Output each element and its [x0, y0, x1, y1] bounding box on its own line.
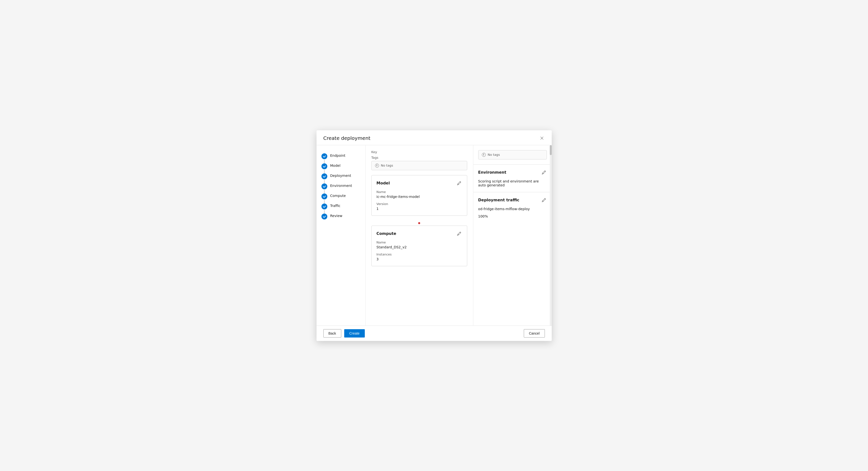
- sidebar-item-review-label: Review: [330, 213, 342, 218]
- deployment-name: od-fridge-items-mlflow-deploy: [478, 207, 547, 211]
- right-no-tags-text: No tags: [488, 153, 500, 157]
- sidebar-item-deployment[interactable]: Deployment: [316, 171, 365, 181]
- compute-step-icon: [321, 193, 327, 199]
- checkmark-icon: [323, 195, 326, 198]
- compute-name-value: Standard_DS2_v2: [377, 245, 462, 249]
- sidebar-item-compute-label: Compute: [330, 193, 346, 198]
- deployment-traffic-section: Deployment traffic od-fridge-items-mlflo…: [473, 192, 552, 223]
- environment-header: Environment: [478, 169, 547, 176]
- model-name-label: Name: [377, 190, 462, 194]
- scrollbar-track[interactable]: [550, 145, 552, 325]
- pencil-icon: [457, 181, 461, 185]
- deployment-traffic-title: Deployment traffic: [478, 198, 519, 202]
- right-no-tags-box: i No tags: [478, 150, 547, 159]
- sidebar-item-traffic[interactable]: Traffic: [316, 201, 365, 211]
- sidebar: Endpoint Model Deployment: [316, 145, 366, 325]
- model-version-value: 1: [377, 207, 462, 211]
- model-edit-button[interactable]: [456, 180, 462, 186]
- right-panel-tags-section: i No tags: [473, 145, 552, 165]
- red-dot-divider: [371, 221, 467, 226]
- checkmark-icon: [323, 175, 326, 178]
- checkmark-icon: [323, 215, 326, 218]
- no-tags-text: No tags: [381, 164, 393, 167]
- cancel-button[interactable]: Cancel: [524, 329, 545, 338]
- model-card: Model Name ic-mc-fridge-items-model Vers…: [371, 175, 467, 216]
- compute-card-header: Compute: [377, 231, 462, 237]
- compute-instances-value: 3: [377, 257, 462, 261]
- environment-step-icon: [321, 184, 327, 189]
- compute-edit-button[interactable]: [456, 231, 462, 237]
- sidebar-item-compute[interactable]: Compute: [316, 191, 365, 201]
- sidebar-item-traffic-label: Traffic: [330, 203, 341, 208]
- traffic-step-icon: [321, 203, 327, 210]
- red-dot: [418, 222, 420, 224]
- compute-name-label: Name: [377, 241, 462, 244]
- checkmark-icon: [323, 185, 326, 188]
- traffic-percent: 100%: [478, 214, 547, 218]
- dialog-title: Create deployment: [323, 135, 370, 141]
- right-panel-wrapper: i No tags Environment: [473, 145, 552, 325]
- model-step-icon: [321, 163, 327, 169]
- sidebar-item-deployment-label: Deployment: [330, 173, 351, 178]
- checkmark-icon: [323, 165, 326, 168]
- deployment-traffic-header: Deployment traffic: [478, 197, 547, 203]
- compute-card: Compute Name Standard_DS2_v2 Instances 3: [371, 226, 467, 266]
- pencil-icon: [457, 232, 461, 236]
- model-name-value: ic-mc-fridge-items-model: [377, 195, 462, 199]
- sidebar-item-model[interactable]: Model: [316, 161, 365, 171]
- sidebar-item-environment-label: Environment: [330, 183, 352, 188]
- dialog-footer: Back Create Cancel: [316, 325, 552, 341]
- close-icon: [540, 136, 544, 140]
- sidebar-item-model-label: Model: [330, 163, 341, 167]
- environment-section: Environment Scoring script and environme…: [473, 165, 552, 192]
- pencil-icon: [542, 170, 546, 175]
- key-label: Key: [371, 150, 467, 154]
- environment-title: Environment: [478, 170, 506, 175]
- review-step-icon: [321, 214, 327, 219]
- deployment-step-icon: [321, 174, 327, 179]
- sidebar-item-review[interactable]: Review: [316, 211, 365, 221]
- model-card-header: Model: [377, 180, 462, 186]
- pencil-icon: [542, 198, 546, 202]
- key-section: Key: [371, 150, 467, 154]
- no-tags-box: i No tags: [371, 161, 467, 170]
- checkmark-icon: [323, 155, 326, 158]
- endpoint-step-icon: [321, 153, 327, 159]
- compute-card-title: Compute: [377, 231, 396, 236]
- environment-edit-button[interactable]: [541, 169, 547, 176]
- left-panel: Key Tags i No tags Model: [366, 145, 473, 325]
- tags-section: Tags i No tags: [371, 156, 467, 170]
- checkmark-icon: [323, 205, 326, 208]
- dialog-body: Endpoint Model Deployment: [316, 145, 552, 325]
- create-deployment-dialog: Create deployment Endpoint: [316, 130, 552, 341]
- sidebar-item-endpoint-label: Endpoint: [330, 153, 345, 157]
- sidebar-item-endpoint[interactable]: Endpoint: [316, 151, 365, 161]
- right-info-icon: i: [482, 153, 486, 157]
- right-panel: i No tags Environment: [473, 145, 552, 228]
- tags-label: Tags: [371, 156, 467, 159]
- scrollbar-thumb[interactable]: [550, 145, 552, 155]
- create-button[interactable]: Create: [344, 329, 365, 338]
- sidebar-item-environment[interactable]: Environment: [316, 181, 365, 191]
- info-icon: i: [375, 164, 379, 167]
- back-button[interactable]: Back: [323, 329, 341, 338]
- dialog-header: Create deployment: [316, 130, 552, 145]
- deployment-traffic-edit-button[interactable]: [541, 197, 547, 203]
- model-card-title: Model: [377, 181, 390, 185]
- compute-instances-label: Instances: [377, 253, 462, 256]
- environment-description: Scoring script and environment are auto …: [478, 179, 547, 187]
- close-button[interactable]: [539, 135, 545, 141]
- main-content: Key Tags i No tags Model: [366, 145, 552, 325]
- model-version-label: Version: [377, 202, 462, 206]
